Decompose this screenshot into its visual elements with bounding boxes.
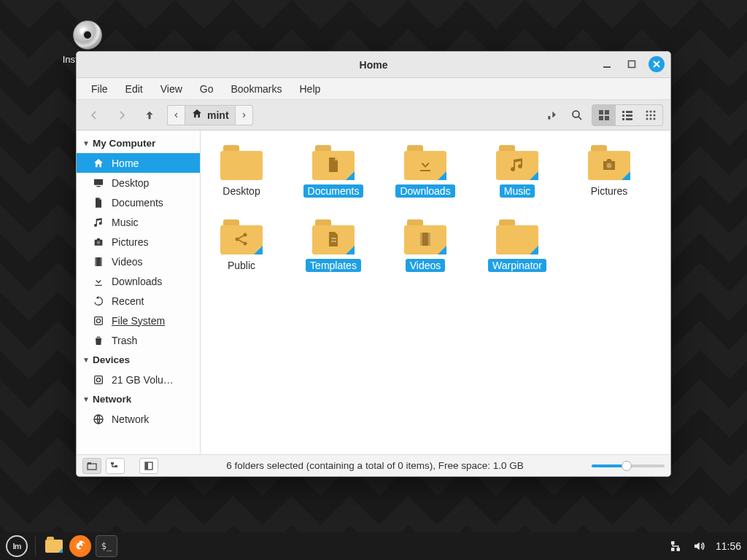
titlebar[interactable]: Home [77,52,670,78]
window-title: Home [360,59,388,71]
folder-templates[interactable]: Templates [307,219,360,272]
sidebar-item-trash[interactable]: Trash [77,330,200,350]
svg-rect-41 [428,233,430,246]
svg-rect-40 [420,233,422,246]
maximize-button[interactable] [624,56,640,72]
sidebar-section-my-computer[interactable]: ▼My Computer [77,133,200,153]
svg-rect-22 [94,179,103,184]
show-places-button[interactable] [82,458,101,474]
taskbar-divider [35,537,36,556]
globe-icon [93,413,104,425]
svg-rect-11 [622,118,624,120]
pathbar: mint [167,105,253,125]
home-icon [191,108,203,122]
sidebar-item-videos[interactable]: Videos [77,252,200,271]
sidebar-item-pictures[interactable]: Pictures [77,232,200,252]
statusbar: 6 folders selected (containing a total o… [77,454,670,476]
view-compact-button[interactable] [639,105,662,125]
sidebar-section-devices[interactable]: ▼Devices [77,350,200,370]
search-button[interactable] [567,105,587,125]
desktop-icon [93,177,104,189]
view-icons-button[interactable] [592,105,616,125]
chevron-down-icon: ▼ [82,395,90,403]
sidebar-item-label: File System [112,315,165,327]
minimize-button[interactable] [599,56,615,72]
sidebar-item-label: Recent [112,295,144,307]
svg-rect-44 [111,462,114,464]
svg-rect-37 [331,238,336,239]
download-icon [93,276,104,287]
sidebar-item-music[interactable]: Music [77,212,200,232]
svg-rect-1 [629,61,635,68]
file-manager-window: Home FileEditViewGoBookmarksHelp [76,51,671,477]
volume-tray-icon[interactable] [692,540,705,553]
nav-forward-button[interactable] [112,105,132,125]
nav-up-button[interactable] [139,105,160,125]
sidebar: ▼My ComputerHomeDesktopDocumentsMusicPic… [77,131,201,454]
chevron-down-icon: ▼ [82,356,90,364]
path-prev-button[interactable] [167,105,185,125]
music-icon [93,217,104,228]
taskbar-app-firefox[interactable] [69,535,91,557]
folder-icon [496,219,538,254]
folder-icon [404,145,446,180]
toolbar: mint [77,100,670,131]
sidebar-item-label: Trash [112,335,137,346]
close-sidebar-button[interactable] [139,458,158,474]
sidebar-section-network[interactable]: ▼Network [77,389,200,409]
sidebar-item-downloads[interactable]: Downloads [77,271,200,291]
folder-documents[interactable]: Documents [307,145,360,198]
close-button[interactable] [649,56,665,72]
folder-public[interactable]: Public [215,219,268,272]
folder-music[interactable]: Music [491,145,543,198]
folder-videos[interactable]: Videos [399,219,452,272]
svg-rect-0 [603,66,611,68]
path-next-button[interactable] [236,105,253,125]
svg-point-15 [654,110,656,112]
sidebar-item-label: Desktop [112,177,149,189]
sidebar-item-network[interactable]: Network [77,409,200,429]
folder-downloads[interactable]: Downloads [399,145,452,198]
svg-point-16 [646,114,649,116]
menu-bookmarks[interactable]: Bookmarks [223,80,289,98]
folder-warpinator[interactable]: Warpinator [491,219,543,272]
taskbar-clock[interactable]: 11:56 [716,540,741,552]
sidebar-item-vol21[interactable]: 21 GB Volu… [77,370,200,389]
film-icon [93,256,104,268]
menu-help[interactable]: Help [293,80,328,98]
sidebar-item-documents[interactable]: Documents [77,192,200,212]
taskbar-app-terminal[interactable]: $_ [96,535,117,557]
folder-icon [588,145,630,180]
sidebar-item-label: 21 GB Volu… [112,374,174,386]
menu-go[interactable]: Go [193,80,221,98]
toggle-location-button[interactable] [542,105,562,125]
menu-edit[interactable]: Edit [118,80,150,98]
sidebar-item-label: Downloads [112,276,162,287]
folder-label: Desktop [218,184,264,198]
sidebar-item-desktop[interactable]: Desktop [77,173,200,192]
svg-rect-42 [88,464,96,470]
nav-back-button[interactable] [84,105,104,125]
network-tray-icon[interactable] [669,540,682,553]
folder-view[interactable]: DesktopDocumentsDownloadsMusicPicturesPu… [201,131,670,454]
status-text: 6 folders selected (containing a total o… [163,460,587,471]
start-menu-button[interactable]: lm [6,535,28,557]
folder-desktop[interactable]: Desktop [215,145,268,198]
taskbar-app-files[interactable] [43,535,65,557]
folder-label: Videos [406,259,446,272]
menu-file[interactable]: File [84,80,115,98]
path-segment-home[interactable]: mint [185,105,236,125]
taskbar: lm $_ 11:56 [0,532,747,560]
folder-pictures[interactable]: Pictures [583,145,635,198]
zoom-slider[interactable] [592,464,665,467]
svg-point-31 [96,378,100,381]
menu-view[interactable]: View [153,80,190,98]
sidebar-item-recent[interactable]: Recent [77,291,200,311]
view-list-button[interactable] [616,105,639,125]
svg-rect-28 [95,316,103,324]
sidebar-item-home[interactable]: Home [77,153,200,173]
svg-point-13 [646,110,649,112]
sidebar-item-label: Home [112,158,139,169]
show-tree-button[interactable] [106,458,125,474]
sidebar-item-filesystem[interactable]: File System [77,311,200,330]
